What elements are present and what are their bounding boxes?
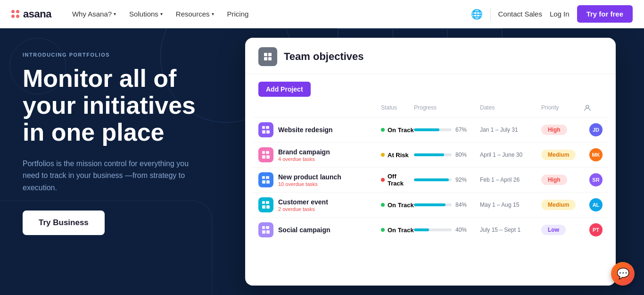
status-cell: Off Track [381,173,414,187]
status-label: On Track [388,202,414,209]
avatar: JD [589,123,603,136]
svg-rect-2 [264,57,267,60]
table-row[interactable]: New product launch 10 overdue tasks Off … [253,167,608,192]
status-label: Off Track [388,173,414,187]
project-cell: Customer event 2 overdue tasks [258,197,381,212]
svg-rect-22 [266,226,269,229]
hero-description: Portfolios is the mission control for ev… [23,158,202,194]
col-header-dates: Dates [480,104,541,113]
card-icon [258,47,277,66]
avatar: SR [589,173,603,186]
col-header-progress: Progress [414,104,480,113]
hero-left-section: INTRODUCING PORTFOLIOS Monitor all of yo… [0,28,240,295]
add-project-button[interactable]: Add Project [258,82,311,97]
svg-rect-0 [264,53,267,56]
try-free-button[interactable]: Try for free [577,5,633,23]
col-header-status: Status [381,104,414,113]
project-name: Brand campaign [278,148,330,156]
project-name-group: Customer event 2 overdue tasks [278,198,328,212]
chevron-down-icon: ▾ [212,11,214,17]
nav-links: Why Asana? ▾ Solutions ▾ Resources ▾ Pri… [66,6,471,22]
svg-rect-3 [268,57,272,60]
priority-badge: High [541,125,567,135]
globe-icon[interactable]: 🌐 [471,8,483,20]
chat-bubble-button[interactable]: 💬 [611,262,635,286]
progress-cell: 67% [414,126,480,133]
svg-rect-18 [266,201,269,204]
dates-cell: April 1 – June 30 [480,152,541,158]
nav-why-asana[interactable]: Why Asana? ▾ [66,6,122,22]
svg-rect-20 [266,205,270,209]
project-name-group: Website redesign [278,126,333,134]
project-overdue: 2 overdue tasks [278,206,328,212]
col-header-avatar [584,104,603,113]
status-dot [381,128,385,132]
col-header-name [258,104,381,113]
col-header-priority: Priority [541,104,584,113]
svg-rect-1 [268,53,272,56]
project-overdue: 10 overdue tasks [278,181,341,187]
priority-badge: Medium [541,200,576,210]
logo[interactable]: asana [11,8,51,20]
status-cell: At Risk [381,152,414,159]
avatar: AL [589,198,603,211]
login-link[interactable]: Log In [550,10,570,18]
nav-solutions[interactable]: Solutions ▾ [124,6,168,22]
chevron-down-icon: ▾ [114,11,116,17]
progress-cell: 84% [414,202,480,208]
nav-resources[interactable]: Resources ▾ [170,6,220,22]
svg-rect-15 [262,180,265,184]
table-row[interactable]: Customer event 2 overdue tasks On Track … [253,192,608,217]
svg-rect-23 [262,230,265,234]
project-cell: Website redesign [258,122,381,137]
navbar: asana Why Asana? ▾ Solutions ▾ Resources… [0,0,644,28]
project-name-group: Social campaign [278,226,330,234]
progress-bar-fill [414,178,449,181]
avatar: PT [589,223,603,236]
logo-text: asana [23,8,51,20]
table-row[interactable]: Social campaign On Track 40% July 15 – S… [253,217,608,242]
hero-title: Monitor all of your initiatives in one p… [23,65,218,146]
status-cell: On Track [381,126,414,134]
progress-cell: 40% [414,227,480,233]
project-icon [258,172,273,187]
logo-dots [11,10,19,18]
table-row[interactable]: Website redesign On Track 67% Jan 1 – Ju… [253,117,608,142]
svg-rect-24 [266,230,270,234]
priority-cell: Medium [541,150,584,160]
avatar-cell: JD [584,123,603,136]
avatar-cell: MK [584,148,603,161]
progress-percent: 92% [455,177,467,183]
status-dot [381,178,385,182]
status-cell: On Track [381,227,414,234]
progress-bar-fill [414,128,439,131]
portfolio-card: Team objectives Add Project Status Progr… [245,38,616,286]
dates-cell: May 1 – Aug 15 [480,202,541,208]
priority-cell: Low [541,225,584,235]
dates-cell: July 15 – Sept 1 [480,227,541,233]
table-header: Status Progress Dates Priority [253,102,608,117]
contact-sales-link[interactable]: Contact Sales [498,10,542,18]
svg-point-4 [586,105,589,108]
card-title: Team objectives [284,51,364,63]
table-toolbar: Add Project [253,74,608,102]
svg-rect-16 [266,180,270,184]
progress-percent: 80% [455,152,467,158]
try-business-button[interactable]: Try Business [23,211,105,235]
status-dot [381,228,385,232]
progress-bar-fill [414,153,444,156]
priority-badge: High [541,175,567,185]
nav-pricing[interactable]: Pricing [222,6,255,22]
avatar-cell: AL [584,198,603,211]
nav-right: 🌐 Contact Sales Log In Try for free [471,5,633,23]
svg-rect-7 [262,130,265,134]
status-dot [381,153,385,157]
svg-rect-12 [266,155,270,159]
priority-cell: High [541,125,584,135]
table-row[interactable]: Brand campaign 4 overdue tasks At Risk 8… [253,142,608,167]
progress-percent: 40% [455,227,467,233]
svg-rect-14 [266,176,269,179]
progress-bar-background [414,178,452,181]
table-rows: Website redesign On Track 67% Jan 1 – Ju… [253,117,608,242]
project-icon [258,197,273,212]
